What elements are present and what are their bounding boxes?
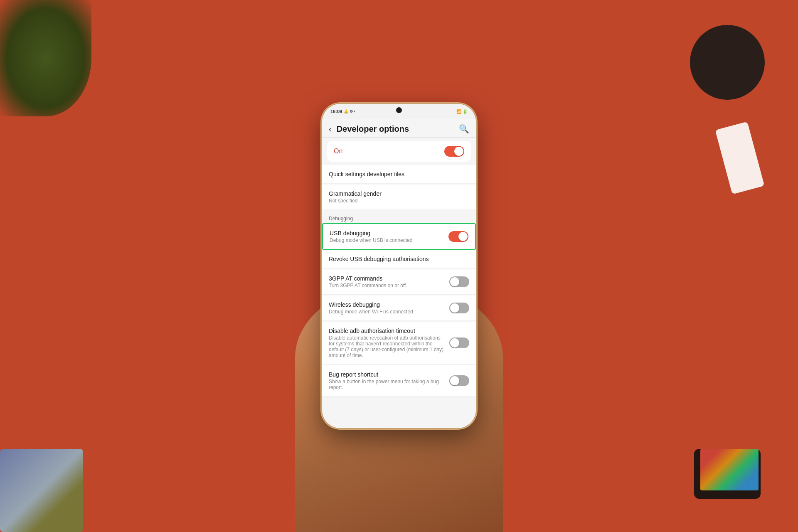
at-commands-subtitle: Turn 3GPP AT commands on or off. (329, 283, 407, 288)
grammatical-gender-subtitle: Not specified (329, 198, 469, 204)
grammatical-gender-title: Grammatical gender (329, 190, 469, 197)
bug-report-text: Bug report shortcut Show a button in the… (329, 371, 444, 390)
phone-wrapper: 16:09 🔔 ⚙ • 📶 🔋 ‹ Developer options 🔍 On (322, 104, 476, 428)
developer-options-toggle-row[interactable]: On (327, 141, 471, 162)
wireless-debugging-subtitle: Debug mode when Wi-Fi is connected (329, 309, 413, 315)
debugging-section-header: Debugging (322, 211, 476, 223)
wireless-debugging-item[interactable]: Wireless debugging Debug mode when Wi-Fi… (322, 296, 476, 321)
wireless-debugging-text: Wireless debugging Debug mode when Wi-Fi… (329, 301, 413, 315)
camera-notch (396, 107, 402, 113)
developer-options-toggle[interactable] (444, 146, 464, 157)
bg-plant (0, 0, 91, 116)
disable-adb-text: Disable adb authorisation timeout Disabl… (329, 328, 444, 358)
quick-settings-title: Quick settings developer tiles (329, 171, 469, 177)
wireless-debugging-title: Wireless debugging (329, 301, 413, 308)
status-icons-left: 🔔 ⚙ • (344, 109, 355, 113)
phone: 16:09 🔔 ⚙ • 📶 🔋 ‹ Developer options 🔍 On (322, 104, 476, 428)
at-commands-group: 3GPP AT commands Turn 3GPP AT commands o… (322, 269, 476, 295)
usb-debugging-subtitle: Debug mode when USB is connected (330, 237, 412, 243)
bug-report-title: Bug report shortcut (329, 371, 444, 378)
grammatical-gender-group: Grammatical gender Not specified (322, 185, 476, 210)
bug-report-group: Bug report shortcut Show a button in the… (322, 365, 476, 397)
bug-report-toggle[interactable] (449, 375, 469, 386)
revoke-usb-title: Revoke USB debugging authorisations (329, 256, 469, 262)
grammatical-gender-item[interactable]: Grammatical gender Not specified (322, 185, 476, 210)
revoke-usb-group: Revoke USB debugging authorisations (322, 250, 476, 268)
bg-photo (0, 449, 83, 532)
usb-debugging-title: USB debugging (330, 230, 412, 236)
wireless-debugging-row: Wireless debugging Debug mode when Wi-Fi… (329, 301, 469, 315)
usb-debugging-item[interactable]: USB debugging Debug mode when USB is con… (322, 223, 476, 250)
disable-adb-group: Disable adb authorisation timeout Disabl… (322, 322, 476, 365)
disable-adb-item[interactable]: Disable adb authorisation timeout Disabl… (322, 322, 476, 365)
at-commands-title: 3GPP AT commands (329, 275, 407, 282)
status-bar-right: 📶 🔋 (456, 109, 468, 114)
wireless-debugging-toggle[interactable] (449, 303, 469, 313)
screen: ‹ Developer options 🔍 On Quick settings … (322, 119, 476, 428)
settings-list: On Quick settings developer tiles Gramma… (322, 138, 476, 397)
bug-report-item[interactable]: Bug report shortcut Show a button in the… (322, 365, 476, 397)
usb-debugging-toggle[interactable] (448, 231, 468, 242)
wireless-debugging-group: Wireless debugging Debug mode when Wi-Fi… (322, 296, 476, 321)
bg-dark-object (690, 25, 765, 100)
disable-adb-subtitle: Disable automatic revocation of adb auth… (329, 335, 444, 358)
disable-adb-toggle[interactable] (449, 337, 469, 348)
at-commands-item[interactable]: 3GPP AT commands Turn 3GPP AT commands o… (322, 269, 476, 295)
at-commands-toggle[interactable] (449, 276, 469, 287)
at-commands-row: 3GPP AT commands Turn 3GPP AT commands o… (329, 275, 469, 288)
toggle-on-label: On (334, 148, 342, 155)
status-bar-left: 16:09 🔔 ⚙ • (330, 109, 355, 114)
quick-settings-group: Quick settings developer tiles (322, 165, 476, 184)
wifi-icon: 📶 (456, 109, 461, 114)
bug-report-subtitle: Show a button in the power menu for taki… (329, 379, 444, 390)
revoke-usb-item[interactable]: Revoke USB debugging authorisations (322, 250, 476, 268)
back-button[interactable]: ‹ (329, 124, 332, 134)
bug-report-row: Bug report shortcut Show a button in the… (329, 371, 469, 390)
bg-colorful-paper (700, 449, 759, 490)
disable-adb-title: Disable adb authorisation timeout (329, 328, 444, 334)
status-time: 16:09 (330, 109, 342, 114)
battery-icon: 🔋 (463, 109, 468, 114)
quick-settings-item[interactable]: Quick settings developer tiles (322, 165, 476, 184)
app-bar: ‹ Developer options 🔍 (322, 119, 476, 138)
search-icon[interactable]: 🔍 (459, 124, 469, 134)
at-commands-text: 3GPP AT commands Turn 3GPP AT commands o… (329, 275, 407, 288)
disable-adb-row: Disable adb authorisation timeout Disabl… (329, 328, 469, 358)
page-title: Developer options (337, 124, 454, 134)
bg-clip (715, 121, 765, 194)
usb-debugging-text: USB debugging Debug mode when USB is con… (330, 230, 412, 243)
